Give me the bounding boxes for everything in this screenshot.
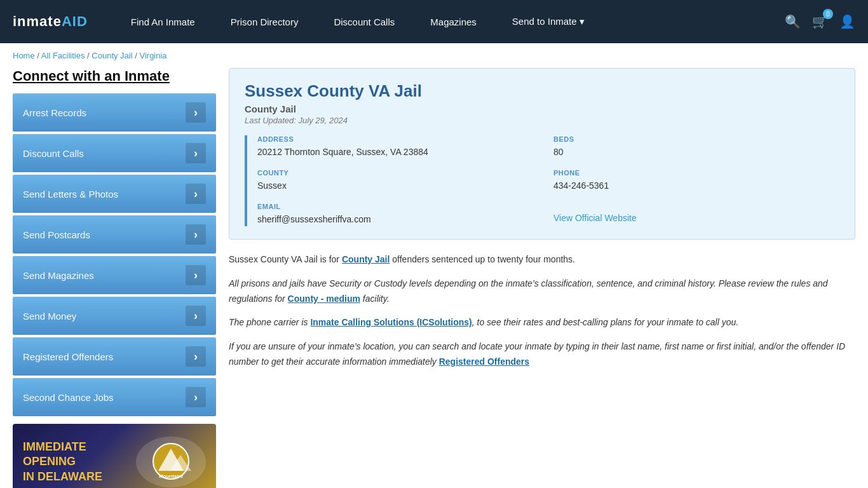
desc-para1: Sussex County VA Jail is for County Jail… xyxy=(229,252,855,268)
breadcrumb-state[interactable]: Virginia xyxy=(139,51,166,60)
desc-para3-after: , to see their rates and best-calling pl… xyxy=(472,317,738,327)
user-icon[interactable]: 👤 xyxy=(839,14,855,29)
sidebar-label-second-chance-jobs: Second Chance Jobs xyxy=(23,392,114,403)
sidebar-label-discount-calls: Discount Calls xyxy=(23,148,84,159)
sidebar-item-discount-calls[interactable]: Discount Calls › xyxy=(13,134,216,172)
main-content: Sussex County VA Jail County Jail Last U… xyxy=(229,68,855,488)
chevron-right-icon: › xyxy=(186,224,206,245)
detail-address: ADDRESS 20212 Thornton Square, Sussex, V… xyxy=(257,135,543,159)
chevron-right-icon: › xyxy=(186,306,206,326)
desc-para1-before: Sussex County VA Jail is for xyxy=(229,254,342,264)
ad-text: IMMEDIATE OPENING IN DELAWARE xyxy=(23,440,136,484)
sidebar-item-arrest-records[interactable]: Arrest Records › xyxy=(13,93,216,132)
sidebar: Connect with an Inmate Arrest Records › … xyxy=(13,68,216,488)
detail-beds: BEDS 80 xyxy=(553,135,839,159)
website-label-spacer xyxy=(553,203,839,210)
email-value: sheriff@sussexsheriffva.com xyxy=(257,213,543,226)
county-label: COUNTY xyxy=(257,169,543,177)
nav-magazines[interactable]: Magazines xyxy=(412,0,494,43)
phone-value: 434-246-5361 xyxy=(553,179,839,193)
county-medium-link[interactable]: County - medium xyxy=(288,294,360,304)
sidebar-item-send-letters[interactable]: Send Letters & Photos › xyxy=(13,175,216,213)
facility-details: ADDRESS 20212 Thornton Square, Sussex, V… xyxy=(257,135,839,226)
ad-line1: IMMEDIATE OPENING xyxy=(23,440,136,470)
ad-line2: IN DELAWARE xyxy=(23,470,136,484)
facility-details-container: ADDRESS 20212 Thornton Square, Sussex, V… xyxy=(245,135,839,226)
nav-send-to-inmate[interactable]: Send to Inmate ▾ xyxy=(494,0,602,43)
chevron-right-icon: › xyxy=(186,387,206,407)
main-nav: Find An Inmate Prison Directory Discount… xyxy=(113,0,785,43)
cart-icon[interactable]: 🛒 0 xyxy=(812,14,828,29)
beds-value: 80 xyxy=(553,146,839,159)
detail-phone: PHONE 434-246-5361 xyxy=(553,169,839,193)
sidebar-item-registered-offenders[interactable]: Registered Offenders › xyxy=(13,337,216,376)
breadcrumb-home[interactable]: Home xyxy=(13,51,35,60)
logo-text: inmateAID xyxy=(13,13,88,30)
header-actions: 🔍 🛒 0 👤 xyxy=(785,14,855,29)
breadcrumb-county-jail[interactable]: County Jail xyxy=(92,51,132,60)
desc-para3-before: The phone carrier is xyxy=(229,317,310,327)
county-jail-link[interactable]: County Jail xyxy=(342,254,390,264)
ad-logo: Mountaire xyxy=(136,437,206,487)
phone-label: PHONE xyxy=(553,169,839,177)
breadcrumb: Home / All Facilities / County Jail / Vi… xyxy=(0,43,868,68)
nav-find-inmate[interactable]: Find An Inmate xyxy=(113,0,213,43)
facility-updated: Last Updated: July 29, 2024 xyxy=(245,116,839,125)
detail-email: EMAIL sheriff@sussexsheriffva.com xyxy=(257,203,543,226)
description: Sussex County VA Jail is for County Jail… xyxy=(229,252,855,370)
detail-county: COUNTY Sussex xyxy=(257,169,543,193)
ad-logo-inner: Mountaire xyxy=(146,442,196,482)
cart-count: 0 xyxy=(823,9,833,19)
sidebar-label-send-letters: Send Letters & Photos xyxy=(23,189,118,200)
county-value: Sussex xyxy=(257,179,543,193)
nav-prison-directory[interactable]: Prison Directory xyxy=(213,0,316,43)
view-official-website-link[interactable]: View Official Website xyxy=(553,213,637,223)
detail-website: View Official Website xyxy=(553,203,839,226)
svg-text:Mountaire: Mountaire xyxy=(159,473,184,479)
beds-label: BEDS xyxy=(553,135,839,143)
desc-para1-after: offenders sentenced up to twenty four mo… xyxy=(390,254,575,264)
facility-card: Sussex County VA Jail County Jail Last U… xyxy=(229,68,855,240)
site-header: inmateAID Find An Inmate Prison Director… xyxy=(0,0,868,43)
sidebar-item-send-postcards[interactable]: Send Postcards › xyxy=(13,215,216,254)
sidebar-label-send-magazines: Send Magazines xyxy=(23,270,94,281)
sidebar-label-send-money: Send Money xyxy=(23,311,76,322)
ad-banner[interactable]: IMMEDIATE OPENING IN DELAWARE Mountaire xyxy=(13,424,216,488)
sidebar-item-send-magazines[interactable]: Send Magazines › xyxy=(13,256,216,294)
email-label: EMAIL xyxy=(257,203,543,210)
sidebar-label-arrest-records: Arrest Records xyxy=(23,107,86,118)
icsolutions-link[interactable]: Inmate Calling Solutions (ICSolutions) xyxy=(310,317,471,327)
sidebar-item-send-money[interactable]: Send Money › xyxy=(13,297,216,335)
address-value: 20212 Thornton Square, Sussex, VA 23884 xyxy=(257,146,543,159)
breadcrumb-all-facilities[interactable]: All Facilities xyxy=(41,51,85,60)
main-container: Connect with an Inmate Arrest Records › … xyxy=(0,68,868,488)
chevron-right-icon: › xyxy=(186,265,206,285)
chevron-right-icon: › xyxy=(186,102,206,123)
chevron-right-icon: › xyxy=(186,184,206,204)
address-label: ADDRESS xyxy=(257,135,543,143)
nav-discount-calls[interactable]: Discount Calls xyxy=(316,0,412,43)
sidebar-menu: Arrest Records › Discount Calls › Send L… xyxy=(13,93,216,416)
facility-type: County Jail xyxy=(245,104,839,114)
desc-para4: If you are unsure of your inmate’s locat… xyxy=(229,339,855,370)
registered-offenders-link[interactable]: Registered Offenders xyxy=(439,356,529,367)
sidebar-label-registered-offenders: Registered Offenders xyxy=(23,351,113,362)
sidebar-label-send-postcards: Send Postcards xyxy=(23,229,90,240)
desc-para2: All prisons and jails have Security or C… xyxy=(229,276,855,307)
chevron-right-icon: › xyxy=(186,143,206,163)
sidebar-item-second-chance-jobs[interactable]: Second Chance Jobs › xyxy=(13,378,216,416)
desc-para4-text: If you are unsure of your inmate’s locat… xyxy=(229,341,845,367)
chevron-right-icon: › xyxy=(186,346,206,367)
logo[interactable]: inmateAID xyxy=(13,13,88,30)
desc-para3: The phone carrier is Inmate Calling Solu… xyxy=(229,315,855,330)
desc-para2-after: facility. xyxy=(360,294,390,304)
search-icon[interactable]: 🔍 xyxy=(785,14,801,29)
sidebar-title: Connect with an Inmate xyxy=(13,68,216,85)
facility-name: Sussex County VA Jail xyxy=(245,81,839,101)
